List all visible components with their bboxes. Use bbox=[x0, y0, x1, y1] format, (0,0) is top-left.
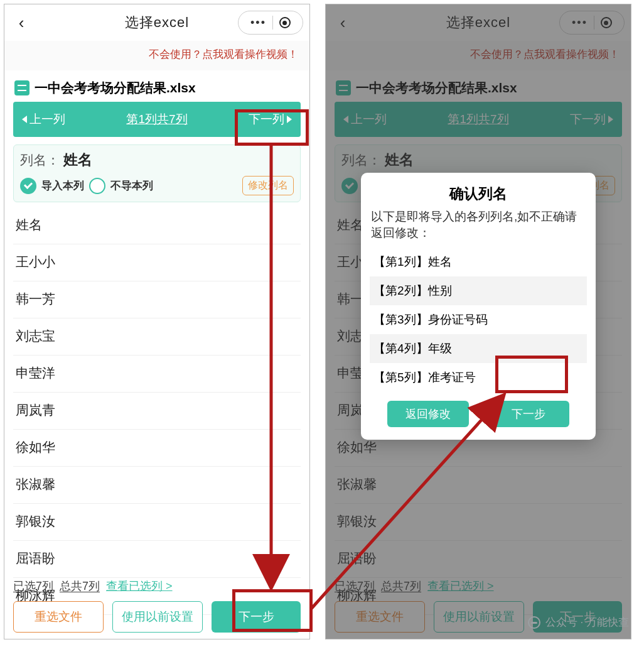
selection-status: 已选7列 总共7列 查看已选列 > bbox=[13, 579, 301, 594]
dialog-column-item: 【第4列】年级 bbox=[370, 334, 587, 363]
next-column-button[interactable]: 下一列 bbox=[240, 102, 301, 137]
file-block: 一中会考考场分配结果.xlsx 上一列 第1列共7列 下一列 bbox=[13, 74, 301, 137]
list-item: 姓名 bbox=[13, 207, 301, 244]
close-target-icon[interactable] bbox=[279, 17, 291, 28]
dialog-message: 以下是即将导入的各列列名,如不正确请返回修改： bbox=[361, 209, 596, 247]
list-item: 王小小 bbox=[13, 244, 301, 281]
reselect-file-button[interactable]: 重选文件 bbox=[13, 601, 104, 633]
column-name: 姓名 bbox=[63, 150, 92, 170]
dialog-column-item: 【第3列】身份证号码 bbox=[370, 305, 587, 334]
titlebar: ‹ 选择excel ••• bbox=[4, 4, 309, 41]
next-step-button[interactable]: 下一步 bbox=[212, 601, 301, 633]
radio-import-no[interactable] bbox=[89, 178, 105, 194]
file-name: 一中会考考场分配结果.xlsx bbox=[35, 79, 196, 97]
list-item: 屈语盼 bbox=[13, 541, 301, 578]
watermark: 公众号 · 万能快查 bbox=[528, 615, 629, 629]
dialog-back-button[interactable]: 返回修改 bbox=[387, 401, 469, 427]
dialog-column-item: 【第2列】性别 bbox=[370, 276, 587, 305]
list-item: 周岚青 bbox=[13, 393, 301, 430]
excel-file-icon bbox=[14, 80, 30, 95]
view-selected-link[interactable]: 查看已选列 > bbox=[106, 579, 173, 594]
dialog-title: 确认列名 bbox=[361, 184, 596, 204]
more-icon[interactable]: ••• bbox=[250, 17, 266, 28]
wechat-icon bbox=[528, 616, 540, 629]
column-indicator[interactable]: 第1列共7列 bbox=[74, 111, 240, 128]
screen-right: ‹ 选择excel ••• 不会使用？点我观看操作视频！ 一中会考考场分配结果.… bbox=[325, 4, 631, 639]
miniprogram-capsule[interactable]: ••• bbox=[238, 11, 303, 35]
prev-column-button[interactable]: 上一列 bbox=[13, 102, 74, 137]
list-item: 郭银汝 bbox=[13, 504, 301, 541]
confirm-columns-dialog: 确认列名 以下是即将导入的各列列名,如不正确请返回修改： 【第1列】姓名【第2列… bbox=[361, 173, 596, 440]
chevron-right-icon bbox=[287, 116, 292, 123]
list-item: 张淑馨 bbox=[13, 467, 301, 504]
dialog-column-list: 【第1列】姓名【第2列】性别【第3列】身份证号码【第4列】年级【第5列】准考证号 bbox=[370, 247, 587, 392]
list-item: 韩一芳 bbox=[13, 281, 301, 318]
help-video-link[interactable]: 不会使用？点我观看操作视频！ bbox=[4, 41, 309, 70]
radio-import-yes[interactable] bbox=[20, 178, 36, 194]
dialog-next-button[interactable]: 下一步 bbox=[488, 401, 569, 427]
preview-list: 姓名王小小韩一芳刘志宝申莹洋周岚青徐如华张淑馨郭银汝屈语盼柳泳辉 bbox=[13, 207, 301, 615]
dialog-column-item: 【第5列】准考证号 bbox=[370, 363, 587, 392]
column-navbar: 上一列 第1列共7列 下一列 bbox=[13, 102, 301, 137]
dialog-column-item: 【第1列】姓名 bbox=[370, 247, 587, 276]
footer-bar: 重选文件 使用以前设置 下一步 bbox=[13, 601, 301, 633]
list-item: 申莹洋 bbox=[13, 356, 301, 393]
rename-column-button[interactable]: 修改列名 bbox=[242, 176, 294, 195]
list-item: 刘志宝 bbox=[13, 318, 301, 356]
column-card: 列名：姓名 导入本列 不导本列 修改列名 bbox=[13, 144, 301, 202]
list-item: 徐如华 bbox=[13, 430, 301, 467]
chevron-left-icon bbox=[22, 116, 27, 123]
use-prev-settings-button[interactable]: 使用以前设置 bbox=[112, 601, 203, 633]
screen-left: ‹ 选择excel ••• 不会使用？点我观看操作视频！ 一中会考考场分配结果.… bbox=[4, 4, 310, 639]
